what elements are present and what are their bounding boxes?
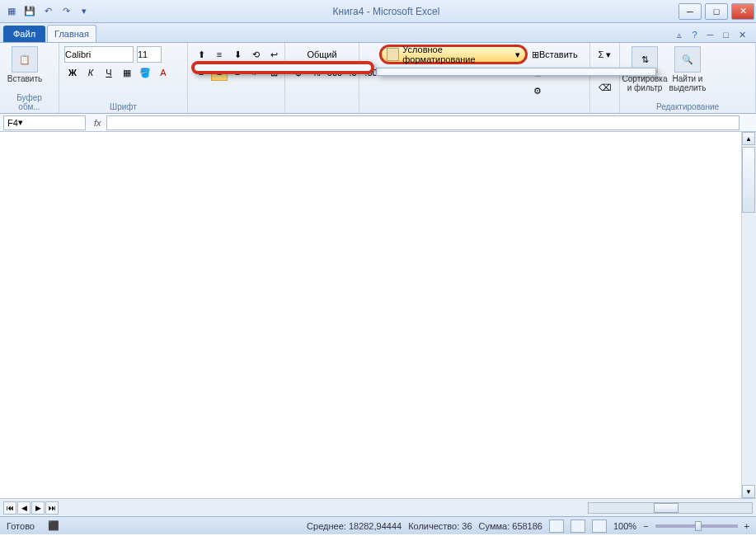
ribbon: 📋 Вставить Буфер обм... Ж К Ч ▦ 🪣 A Шриф… <box>0 43 756 114</box>
doc-restore-icon[interactable]: □ <box>720 28 732 42</box>
formula-bar: F4 ▾ fx <box>0 114 756 132</box>
sheet-nav-last-icon[interactable]: ⏭ <box>45 501 59 515</box>
macro-record-icon[interactable]: ⬛ <box>48 520 59 531</box>
insert-cells-button[interactable]: ⊞ Вставить <box>529 46 580 63</box>
zoom-in-button[interactable]: + <box>744 521 749 531</box>
chevron-down-icon: ▾ <box>515 49 520 60</box>
help-icon[interactable]: ? <box>688 28 700 42</box>
page-break-view-button[interactable] <box>592 520 607 533</box>
conditional-formatting-button[interactable]: Условное форматирование ▾ <box>379 45 528 64</box>
doc-close-icon[interactable]: ✕ <box>735 28 749 42</box>
worksheet-grid[interactable] <box>0 132 756 498</box>
normal-view-button[interactable] <box>549 520 564 533</box>
wrap-text-button[interactable]: ↩ <box>265 46 282 63</box>
tab-file[interactable]: Файл <box>3 26 45 42</box>
border-button[interactable]: ▦ <box>119 64 135 81</box>
sheet-nav-prev-icon[interactable]: ◀ <box>17 501 31 515</box>
font-size-input[interactable] <box>137 46 162 63</box>
minimize-ribbon-icon[interactable]: ▵ <box>674 28 685 42</box>
format-cells-button[interactable]: ⚙ <box>529 82 546 99</box>
redo-icon[interactable]: ↷ <box>58 3 74 20</box>
underline-button[interactable]: Ч <box>101 64 117 81</box>
sheet-nav-next-icon[interactable]: ▶ <box>31 501 45 515</box>
maximize-button[interactable]: □ <box>705 3 728 20</box>
paste-icon: 📋 <box>12 46 38 73</box>
hscroll-thumb[interactable] <box>654 503 679 513</box>
font-color-button[interactable]: A <box>155 64 171 81</box>
close-button[interactable]: ✕ <box>731 3 754 20</box>
autosum-button[interactable]: Σ ▾ <box>595 46 614 63</box>
status-ready: Готово <box>7 521 35 531</box>
ribbon-tabs: Файл Главная ▵ ? ─ □ ✕ <box>0 23 756 43</box>
scroll-up-icon[interactable]: ▲ <box>742 132 755 145</box>
zoom-slider[interactable] <box>655 524 738 528</box>
conditional-formatting-menu <box>376 68 656 76</box>
conditional-formatting-icon <box>387 48 399 61</box>
titlebar: ▦ 💾 ↶ ↷ ▾ Книга4 - Microsoft Excel ─ □ ✕ <box>0 0 756 23</box>
sheet-tab-bar: ⏮ ◀ ▶ ⏭ <box>0 498 756 516</box>
formula-input[interactable] <box>106 115 740 130</box>
page-layout-view-button[interactable] <box>571 520 585 533</box>
undo-icon[interactable]: ↶ <box>40 3 56 20</box>
save-icon[interactable]: 💾 <box>21 3 38 20</box>
status-bar: Готово ⬛ Среднее: 18282,94444 Количество… <box>0 516 756 534</box>
fx-icon[interactable]: fx <box>89 118 106 128</box>
excel-icon[interactable]: ▦ <box>3 3 20 20</box>
quick-access-toolbar: ▦ 💾 ↶ ↷ ▾ <box>0 3 96 20</box>
find-icon: 🔍 <box>674 46 701 73</box>
highlight-cells-rules-submenu <box>191 61 374 74</box>
orientation-button[interactable]: ⟲ <box>247 46 264 63</box>
clear-button[interactable]: ⌫ <box>595 79 614 96</box>
zoom-out-button[interactable]: − <box>643 521 648 531</box>
vertical-scrollbar[interactable]: ▲ ▼ <box>741 132 756 498</box>
paste-button[interactable]: 📋 Вставить <box>5 46 45 83</box>
bold-button[interactable]: Ж <box>64 64 81 81</box>
window-title: Книга4 - Microsoft Excel <box>96 6 677 17</box>
name-box[interactable]: F4 ▾ <box>3 115 86 130</box>
find-select-button[interactable]: 🔍 Найти и выделить <box>668 46 707 92</box>
fill-color-button[interactable]: 🪣 <box>137 64 153 81</box>
font-name-input[interactable] <box>64 46 134 63</box>
italic-button[interactable]: К <box>82 64 99 81</box>
number-format-select[interactable]: Общий <box>290 46 354 63</box>
scroll-thumb[interactable] <box>742 147 755 213</box>
align-top-button[interactable]: ⬆ <box>193 46 209 63</box>
scroll-down-icon[interactable]: ▼ <box>742 485 755 498</box>
align-middle-button[interactable]: ≡ <box>211 46 228 63</box>
zoom-level[interactable]: 100% <box>613 521 636 531</box>
align-bottom-button[interactable]: ⬇ <box>229 46 246 63</box>
minimize-button[interactable]: ─ <box>679 3 702 20</box>
qat-more-icon[interactable]: ▾ <box>76 3 92 20</box>
sheet-nav-first-icon[interactable]: ⏮ <box>3 501 16 515</box>
doc-min-icon[interactable]: ─ <box>704 28 717 42</box>
horizontal-scrollbar[interactable] <box>588 502 753 514</box>
tab-главная[interactable]: Главная <box>47 25 96 42</box>
